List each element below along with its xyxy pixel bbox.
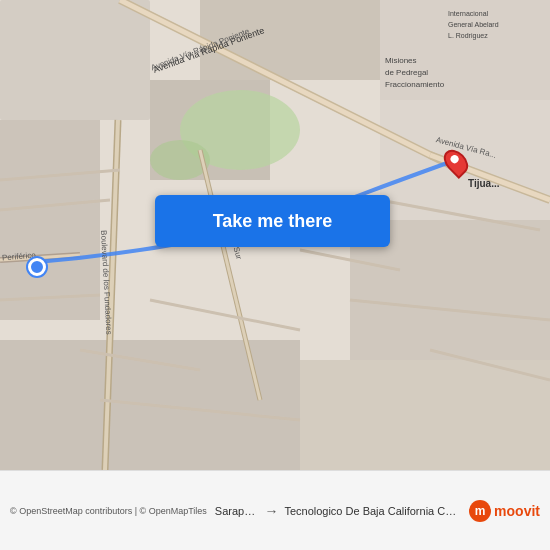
route-info: Sarape, ... → Tecnologico De Baja Califo… xyxy=(215,503,461,519)
svg-rect-1 xyxy=(0,0,150,120)
take-me-there-button[interactable]: Take me there xyxy=(155,195,390,247)
destination-marker xyxy=(446,148,466,176)
svg-rect-5 xyxy=(200,0,380,80)
origin-marker xyxy=(28,258,46,276)
origin-label: Sarape, ... xyxy=(215,505,259,517)
bottom-bar: © OpenStreetMap contributors | © OpenMap… xyxy=(0,470,550,550)
svg-rect-2 xyxy=(0,120,100,320)
map-container: Avenida Vía Rápida Poniente Avenida Vía … xyxy=(0,0,550,470)
map-credit: © OpenStreetMap contributors | © OpenMap… xyxy=(10,506,207,516)
moovit-logo: m moovit xyxy=(469,500,540,522)
destination-label: Tecnologico De Baja California Campus ..… xyxy=(284,505,461,517)
moovit-brand-text: moovit xyxy=(494,503,540,519)
route-arrow-icon: → xyxy=(264,503,278,519)
moovit-icon: m xyxy=(469,500,491,522)
svg-rect-3 xyxy=(380,0,550,100)
svg-rect-9 xyxy=(300,360,550,470)
